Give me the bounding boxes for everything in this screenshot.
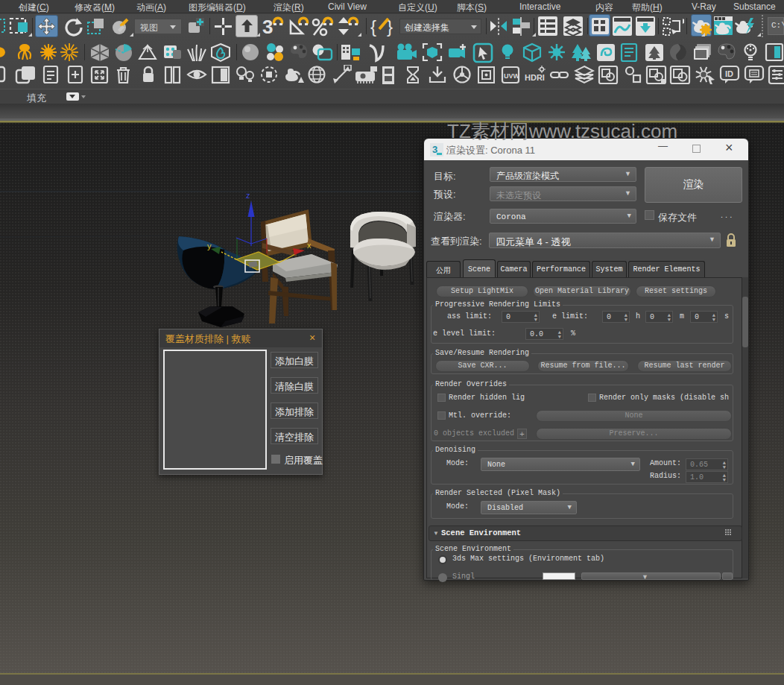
svg-text:UVW: UVW <box>504 72 520 80</box>
svg-text:ID: ID <box>725 69 733 78</box>
svg-text:{: { <box>370 16 376 37</box>
svg-text:HDRI: HDRI <box>525 73 545 82</box>
svg-text:3: 3 <box>262 16 273 37</box>
svg-text:y: y <box>207 242 212 250</box>
svg-text:x: x <box>307 241 312 250</box>
svg-text:z: z <box>246 191 250 200</box>
